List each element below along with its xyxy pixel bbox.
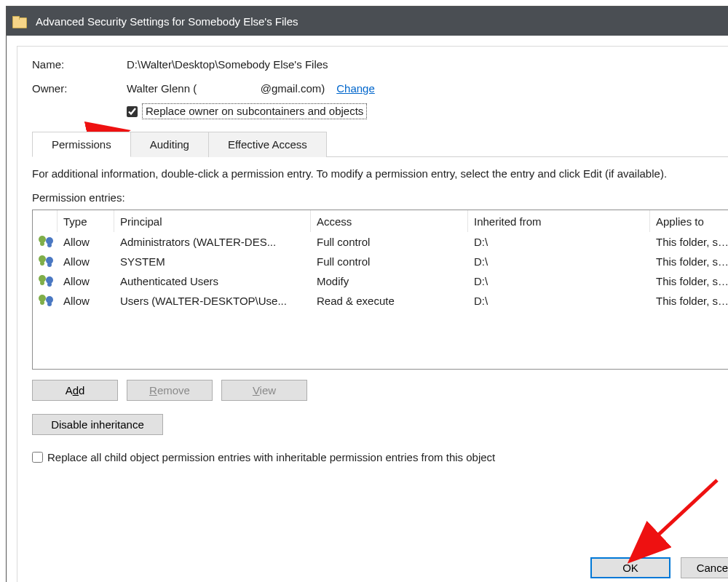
tab-effective-access[interactable]: Effective Access: [208, 132, 327, 157]
remove-button[interactable]: Remove: [127, 380, 213, 401]
table-row[interactable]: Allow SYSTEM Full control D:\ This folde…: [33, 252, 728, 271]
replace-owner-checkbox[interactable]: [127, 106, 138, 117]
disable-inheritance-button[interactable]: Disable inheritance: [32, 414, 163, 435]
ok-button[interactable]: OK: [590, 557, 670, 578]
change-owner-link[interactable]: Change: [336, 82, 375, 95]
users-icon: [39, 234, 56, 247]
tab-permissions[interactable]: Permissions: [32, 132, 131, 157]
window-title: Advanced Security Settings for Somebody …: [36, 15, 298, 28]
security-settings-window: Advanced Security Settings for Somebody …: [6, 6, 728, 582]
table-header: Type Principal Access Inherited from App…: [33, 210, 728, 232]
replace-owner-label: Replace owner on subcontainers and objec…: [142, 103, 367, 119]
tabstrip: Permissions Auditing Effective Access: [32, 131, 728, 157]
col-type[interactable]: Type: [58, 210, 114, 232]
replace-child-label: Replace all child object permission entr…: [47, 451, 495, 463]
titlebar[interactable]: Advanced Security Settings for Somebody …: [7, 7, 728, 36]
table-row[interactable]: Allow Administrators (WALTER-DES... Full…: [33, 232, 728, 252]
col-access[interactable]: Access: [311, 210, 468, 232]
col-principal[interactable]: Principal: [114, 210, 311, 232]
permission-table[interactable]: Type Principal Access Inherited from App…: [32, 210, 728, 370]
name-value: D:\Walter\Desktop\Somebody Else's Files: [127, 58, 728, 71]
owner-value: Walter Glenn ( @gmail.com): [127, 82, 325, 95]
replace-child-checkbox[interactable]: [32, 452, 43, 463]
view-button[interactable]: View: [221, 380, 307, 401]
col-inherited[interactable]: Inherited from: [468, 210, 650, 232]
add-button[interactable]: Add: [32, 380, 118, 401]
users-icon: [39, 274, 56, 287]
table-row[interactable]: Allow Authenticated Users Modify D:\ Thi…: [33, 271, 728, 291]
owner-label: Owner:: [32, 82, 127, 95]
name-label: Name:: [32, 58, 127, 71]
info-text: For additional information, double-click…: [32, 167, 728, 180]
users-icon: [39, 293, 56, 306]
users-icon: [39, 254, 56, 267]
tab-auditing[interactable]: Auditing: [130, 132, 209, 157]
table-row[interactable]: Allow Users (WALTER-DESKTOP\Use... Read …: [33, 291, 728, 311]
col-applies[interactable]: Applies to: [650, 210, 728, 232]
entries-label: Permission entries:: [32, 191, 728, 204]
cancel-button[interactable]: Cancel: [681, 557, 728, 578]
folder-icon: [12, 16, 25, 27]
